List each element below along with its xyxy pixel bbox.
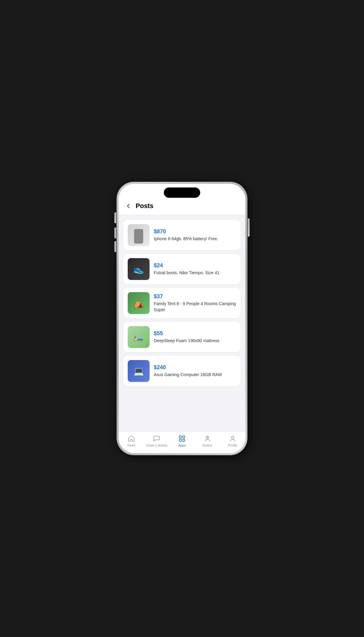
home-icon [127,435,135,443]
back-arrow-icon [125,202,132,210]
svg-rect-1 [183,436,185,438]
svg-rect-0 [179,436,181,438]
post-item[interactable]: $240 Asus Gaming Computer 16GB RAM [123,356,241,386]
svg-rect-3 [183,439,185,441]
svg-point-6 [231,436,234,439]
back-button[interactable] [125,202,132,210]
nav-label-kudos: Kudos [203,443,212,447]
post-info: $37 Family Tent 8 - 9 People 4 Rooms Cam… [154,293,236,313]
post-title: Family Tent 8 - 9 People 4 Rooms Camping… [154,301,236,313]
profile-icon [229,435,237,443]
dynamic-island [164,187,200,198]
nav-item-kudos[interactable]: Kudos [195,435,220,447]
nav-label-feed: Feed [127,443,135,447]
phone-frame: Posts $870 Iphone 8 64gb. 85% battery! F… [117,182,247,455]
chat-icon [153,435,160,443]
post-image-iphone [128,224,150,246]
post-price: $55 [154,330,236,337]
post-item[interactable]: $55 DeepSleep Foam 190x90 mattress [123,322,241,352]
post-item[interactable]: $37 Family Tent 8 - 9 People 4 Rooms Cam… [123,288,241,318]
post-title: DeepSleep Foam 190x90 mattress [154,338,236,344]
post-info: $240 Asus Gaming Computer 16GB RAM [154,364,236,378]
post-image-mattress [128,326,150,348]
post-info: $24 Futsal boots. Nike Tiempo. Size 41 [154,262,236,276]
svg-rect-2 [179,439,181,441]
post-info: $870 Iphone 8 64gb. 85% battery! Free. [154,228,236,242]
nav-item-apps[interactable]: Apps [169,435,195,447]
post-price: $240 [154,364,236,371]
posts-list: $870 Iphone 8 64gb. 85% battery! Free. $… [119,215,245,431]
post-image-shoes [128,258,150,280]
page-title: Posts [136,202,153,210]
screen-content: Posts $870 Iphone 8 64gb. 85% battery! F… [119,184,245,453]
apps-icon [178,435,186,443]
post-price: $870 [154,228,236,235]
svg-point-5 [207,437,208,438]
post-item[interactable]: $24 Futsal boots. Nike Tiempo. Size 41 [123,254,241,284]
nav-label-apps: Apps [178,443,186,447]
nav-label-profile: Profile [228,443,238,447]
nav-item-feed[interactable]: Feed [119,435,144,447]
bottom-navigation: Feed Chats y tickets [119,431,245,453]
kudos-icon [204,435,211,443]
phone-screen: Posts $870 Iphone 8 64gb. 85% battery! F… [119,184,245,453]
post-info: $55 DeepSleep Foam 190x90 mattress [154,330,236,344]
post-item[interactable]: $870 Iphone 8 64gb. 85% battery! Free. [123,220,241,250]
post-title: Iphone 8 64gb. 85% battery! Free. [154,236,236,242]
nav-item-profile[interactable]: Profile [220,435,245,447]
post-image-tent [128,292,150,314]
post-price: $37 [154,293,236,300]
post-title: Futsal boots. Nike Tiempo. Size 41 [154,270,236,276]
post-price: $24 [154,262,236,269]
post-title: Asus Gaming Computer 16GB RAM [154,372,236,378]
post-image-computer [128,360,150,382]
nav-item-chats[interactable]: Chats y tickets [144,435,170,447]
nav-label-chats: Chats y tickets [146,443,168,447]
